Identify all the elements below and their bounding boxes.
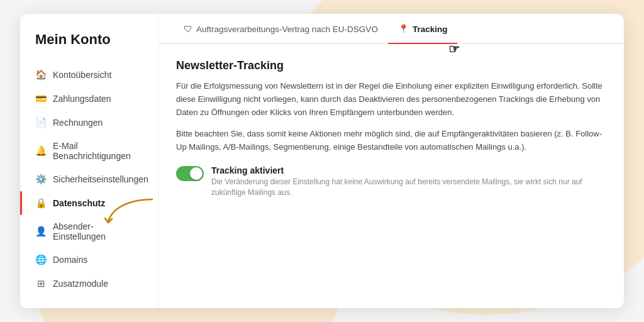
sidebar: Mein Konto 🏠 Kontoübersicht 💳 Zahlungsda… [20,14,158,308]
sidebar-item-datenschutz[interactable]: 🔒 Datenschutz [20,191,158,215]
sidebar-item-zusatzmodule[interactable]: ⊞ Zusatzmodule [20,272,158,296]
lock-icon: 🔒 [35,197,47,209]
paragraph-1: Für die Erfolgsmessung von Newslettern i… [176,80,606,119]
toggle-thumb [190,167,203,180]
sidebar-label-absender: Absender-Einstellungen [53,221,143,242]
toggle-row: Tracking aktiviert Die Veränderung diese… [176,165,606,198]
section-title: Newsletter-Tracking [176,59,606,72]
tracking-icon: 📍 [398,24,409,34]
toggle-text: Tracking aktiviert Die Veränderung diese… [211,165,606,198]
main-container: Mein Konto 🏠 Kontoübersicht 💳 Zahlungsda… [20,14,624,308]
invoice-icon: 📄 [35,117,47,128]
home-icon: 🏠 [35,69,47,80]
tab-tracking[interactable]: 📍 Tracking ☞ [388,14,458,44]
sidebar-label-datenschutz: Datenschutz [53,198,105,208]
sidebar-item-sicherheitseinstellungen[interactable]: ⚙️ Sicherheitseinstellungen [20,167,158,191]
tracking-toggle[interactable] [176,166,204,181]
content-body: Newsletter-Tracking Für die Erfolgsmessu… [158,44,624,308]
sidebar-item-kontoubersicht[interactable]: 🏠 Kontoübersicht [20,63,158,87]
sidebar-label-kontoubersicht: Kontoübersicht [53,70,111,80]
toggle-track [176,166,204,181]
sidebar-label-zusatzmodule: Zusatzmodule [53,279,108,289]
sidebar-label-rechnungen: Rechnungen [53,118,103,128]
page-title: Mein Konto [20,31,158,63]
toggle-label: Tracking aktiviert [211,165,606,175]
sidebar-label-email: E-Mail Benachrichtigungen [53,141,143,161]
sidebar-item-absender-einstellungen[interactable]: 👤 Absender-Einstellungen [20,215,158,248]
bell-icon: 🔔 [35,145,47,157]
tab-auftragsverarbeitung[interactable]: 🛡 Auftragsverarbeitungs-Vertrag nach EU-… [174,14,388,44]
sidebar-item-domains[interactable]: 🌐 Domains [20,248,158,272]
gear-icon: ⚙️ [35,174,47,185]
globe-icon: 🌐 [35,254,47,265]
content-area: 🛡 Auftragsverarbeitungs-Vertrag nach EU-… [158,14,624,308]
toggle-section: Tracking aktiviert Die Veränderung diese… [176,165,606,198]
modules-icon: ⊞ [35,278,47,289]
shield-icon: 🛡 [184,24,192,34]
paragraph-2: Bitte beachten Sie, dass somit keine Akt… [176,128,606,154]
sidebar-item-email-benachrichtigungen[interactable]: 🔔 E-Mail Benachrichtigungen [20,135,158,167]
tab-bar: 🛡 Auftragsverarbeitungs-Vertrag nach EU-… [158,14,624,44]
sidebar-item-rechnungen[interactable]: 📄 Rechnungen [20,111,158,135]
tab-label-auftragsverarbeitung: Auftragsverarbeitungs-Vertrag nach EU-DS… [196,25,378,34]
sidebar-label-sicherheit: Sicherheitseinstellungen [53,174,148,184]
sidebar-label-zahlungsdaten: Zahlungsdaten [53,94,111,104]
payment-icon: 💳 [35,93,47,104]
tab-label-tracking: Tracking [413,25,448,34]
sidebar-item-zahlungsdaten[interactable]: 💳 Zahlungsdaten [20,87,158,111]
sidebar-label-domains: Domains [53,255,87,265]
user-icon: 👤 [35,226,47,237]
toggle-description: Die Veränderung dieser Einstellung hat k… [211,177,606,198]
